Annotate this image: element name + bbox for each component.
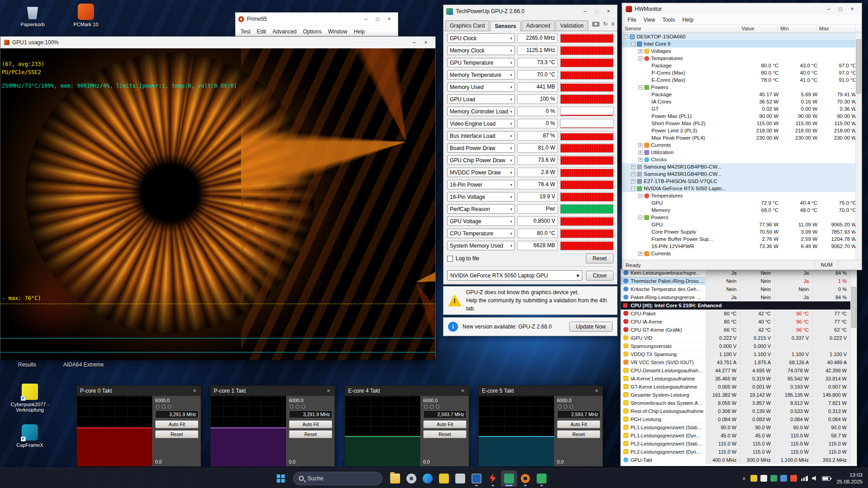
close-button[interactable]: × [383,16,395,22]
expand-toggle[interactable]: + [631,172,635,176]
expand-toggle[interactable]: − [638,56,642,61]
indicator-dot[interactable] [424,405,428,408]
sensor-row[interactable]: Rest-of-Chip-Leistungsaufnahme0.308 W0.1… [621,407,850,415]
taskbar-search[interactable]: Suche [293,472,382,485]
sensor-name-dropdown[interactable]: 16-Pin Voltage▾ [447,192,515,202]
expand-toggle[interactable]: − [624,35,628,39]
desktop-icon-capframex[interactable]: CapFrameX [6,424,53,448]
tray-icon-green[interactable] [770,475,777,482]
sensor-name-dropdown[interactable]: Memory Clock▾ [447,46,515,55]
tree-row[interactable]: +E27-1TB-PHISON-SSD-V7QLC [622,178,862,185]
menu-tools[interactable]: Tools [659,16,679,23]
column-header-sensor[interactable]: Sensor [622,25,739,33]
sensor-row[interactable]: Thermische Paket-/Ring-DrosselungNeinNei… [621,277,850,285]
sensor-row[interactable]: IA-Kerne Leistungsaufnahme35.465 W0.319 … [621,375,850,383]
auto-fit-button[interactable]: Auto Fit [289,420,332,428]
expand-toggle[interactable]: + [631,179,635,183]
sensor-row[interactable]: PL2-Leistungsgrenzwert (Dynami...115.0 W… [621,448,850,456]
window-titlebar[interactable]: P-core 0 Takt× [77,386,201,396]
auto-fit-button[interactable]: Auto Fit [155,420,198,428]
expand-toggle[interactable]: − [638,85,642,89]
furmark-taskbar-button[interactable] [517,470,533,487]
battery-icon[interactable] [822,476,830,481]
sensor-row[interactable]: GT-Kerne Leistungsaufnahme0.005 W0.001 W… [621,383,850,391]
scrollbar[interactable] [850,269,857,466]
close-dialog-button[interactable]: Close [586,271,613,281]
indicator-dot[interactable] [558,405,561,408]
refresh-icon[interactable]: ↻ [603,21,608,27]
volume-icon[interactable] [812,475,818,481]
tree-row[interactable]: +Voltages [622,47,862,55]
column-header-value[interactable]: Value [739,25,778,33]
indicator-dot[interactable] [302,405,305,408]
indicator-dot[interactable] [162,405,165,408]
background-window-label[interactable]: Results [18,361,36,368]
aida64-taskbar-button[interactable] [533,470,550,487]
minimize-button[interactable]: – [579,8,591,14]
sensor-row[interactable]: CPU GT-Kerne (Grafik)66 °C42 °C96 °C62 °… [621,326,850,334]
reset-button[interactable]: Reset [586,253,613,263]
menu-test[interactable]: Test [237,28,254,36]
sensor-row[interactable]: Spannungsversatz0.000 V0.000 V [621,342,850,350]
menu-help[interactable]: Help [350,28,368,36]
app-gray-taskbar-button[interactable] [452,470,468,487]
tree-row[interactable]: Max Peak Power (PL4)230.00 W230.00 W230.… [622,134,862,141]
menu-options[interactable]: Options [300,28,325,36]
tray-icon-notepad[interactable] [760,475,767,482]
tree-row[interactable]: +Currents [622,250,862,257]
sensor-name-dropdown[interactable]: System Memory Used▾ [447,241,515,250]
close-button[interactable]: × [603,8,614,14]
close-button[interactable]: × [460,388,466,394]
desktop-icon-cyberpunk2077-shortcut[interactable]: Cyberpunk2077 - Verknüpfung [6,384,53,413]
update-now-button[interactable]: Update Now [569,322,613,332]
desktop-icon-pcmark10[interactable]: PCMark 10 [62,4,109,27]
sensor-name-dropdown[interactable]: Video Engine Load▾ [447,119,515,128]
tree-row[interactable]: GPU77.96 W11.09 W9065.20 W [622,221,862,228]
close-button[interactable]: × [846,6,858,12]
menu-window[interactable]: Window [325,28,350,36]
indicator-dot[interactable] [290,405,293,408]
sensor-name-dropdown[interactable]: MVDDC Power Draw▾ [447,168,515,177]
sensor-name-dropdown[interactable]: GPU Voltage▾ [447,216,515,226]
sensor-row[interactable]: VR VCC Strom (SVID IOUT)43.751 A1.875 A6… [621,358,850,366]
window-titlebar[interactable]: TechPowerUp GPU-Z 2.66.0 – □ × [443,5,617,18]
sensor-name-dropdown[interactable]: Memory Used▾ [447,82,515,92]
minimize-button[interactable]: – [408,39,420,46]
sensor-row[interactable]: PCH Leistung0.084 W0.083 W0.084 W0.084 W [621,415,850,423]
tab-graphics-card[interactable]: Graphics Card [445,20,489,31]
sensor-name-dropdown[interactable]: Bus Interface Load▾ [447,131,515,141]
scrollbar-thumb[interactable] [856,39,861,94]
sensor-name-dropdown[interactable]: 16-Pin Power▾ [447,180,515,189]
screenshot-icon[interactable] [592,22,599,27]
sensor-row[interactable]: CPU-Gesamt-Leistungsaufnahme44.277 W4.69… [621,366,850,375]
sensor-name-dropdown[interactable]: GPU Temperature▾ [447,58,515,67]
expand-toggle[interactable]: + [638,252,642,256]
close-button[interactable]: × [420,39,432,46]
sensor-row[interactable]: Stromverbrauch des System Agent8.055 W3.… [621,399,850,407]
expand-toggle[interactable]: − [631,187,635,191]
close-button[interactable]: × [594,388,599,394]
sensor-row[interactable]: Paket-/Ring-Leistungsgrenze übe...JaNein… [621,293,850,301]
sensor-row[interactable]: PL1-Leistungsgrenzwert (Dynami...45.0 W4… [621,432,850,440]
indicator-dot[interactable] [296,405,299,408]
indicator-dot[interactable] [564,405,567,408]
tray-icon-yellow[interactable] [750,475,757,482]
hwinfo-taskbar-button[interactable] [468,470,485,487]
tab-validation[interactable]: Validation [556,20,588,31]
tree-row[interactable]: Frame Buffer Power Sup...2.76 W2.59 W120… [622,235,862,243]
scrollbar[interactable] [855,33,862,260]
reset-button[interactable]: Reset [557,430,600,438]
tree-row[interactable]: +Utilization [622,149,862,156]
expand-toggle[interactable]: + [638,158,642,162]
sensor-row[interactable]: PL2-Leistungsgrenzwert (Statisch)115.0 W… [621,440,850,448]
sensor-row[interactable]: Kritische Temperatur des Gehäus...NeinNe… [621,285,850,293]
tree-row[interactable]: −Temperatures [622,192,862,199]
column-header-max[interactable]: Max [816,25,855,33]
tree-row[interactable]: 16-PIN 12VHPWR73.36 W6.49 W9062.70 W [622,243,862,250]
sensor-row[interactable]: GPU-Takt400.0 MHz300.0 MHz1.100.0 MHz393… [621,456,850,464]
tree-row[interactable]: Core Power Supply70.59 W3.09 W7857.93 W [622,228,862,235]
sensor-row[interactable]: VDDQ TX Spannung1.100 V1.100 V1.100 V1.1… [621,350,850,358]
tab-sensors[interactable]: Sensors [490,21,520,31]
minimize-button[interactable]: – [360,16,372,22]
reset-button[interactable]: Reset [155,430,198,438]
